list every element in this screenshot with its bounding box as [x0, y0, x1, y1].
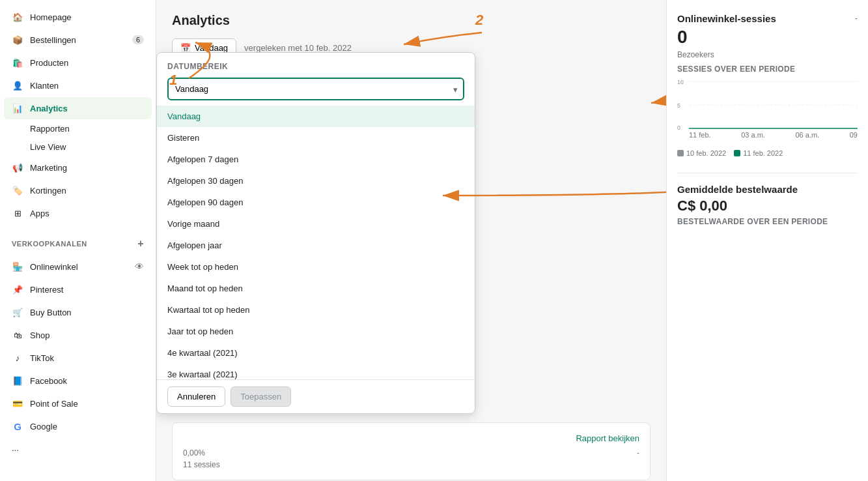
- x-label-2: 03 a.m.: [741, 131, 765, 139]
- dropdown-options-list: VandaagGisterenAfgelopen 7 dagenAfgelope…: [157, 106, 475, 379]
- sidebar-item-kortingen[interactable]: 🏷️ Kortingen: [4, 179, 152, 201]
- sidebar-item-tiktok[interactable]: ♪ TikTok: [4, 347, 152, 369]
- sidebar-item-homepage[interactable]: 🏠 Homepage: [4, 6, 152, 28]
- percent-value: 0,00%: [183, 448, 205, 458]
- sidebar-label: Kortingen: [30, 186, 66, 196]
- avg-value: C$ 0,00: [677, 197, 858, 214]
- sidebar-item-apps[interactable]: ⊞ Apps: [4, 202, 152, 224]
- chart1-title: SESSIES OVER EEN PERIODE: [677, 65, 858, 74]
- sidebar-sub-label: Live View: [30, 142, 66, 152]
- bottom-cards: Rapport bekijken 0,00% - 11 sessies: [172, 422, 651, 480]
- sessions-dash: -: [855, 13, 858, 23]
- legend-item-1: 10 feb. 2022: [677, 149, 726, 157]
- calendar-icon: 📅: [180, 43, 191, 53]
- sidebar-item-bestellingen[interactable]: 📦 Bestellingen 6: [4, 29, 152, 51]
- dropdown-option-4[interactable]: Afgelopen 90 dagen: [157, 192, 475, 213]
- sales-channels-section: Verkoopkanalen +: [0, 230, 156, 252]
- eye-icon: 👁: [135, 261, 144, 272]
- sidebar-item-google[interactable]: G Google: [4, 415, 152, 437]
- dropdown-option-8[interactable]: Maand tot op heden: [157, 278, 475, 299]
- sidebar-item-more[interactable]: ...: [4, 438, 152, 458]
- x-label-3: 06 a.m.: [795, 131, 819, 139]
- dropdown-option-7[interactable]: Week tot op heden: [157, 256, 475, 278]
- svg-text:0: 0: [677, 124, 680, 131]
- apply-button[interactable]: Toepassen: [231, 386, 291, 407]
- page-title: Analytics: [172, 13, 651, 28]
- legend-dot-2: [734, 150, 740, 156]
- sidebar-item-marketing[interactable]: 📢 Marketing: [4, 156, 152, 179]
- sidebar-label: Point of Sale: [30, 399, 78, 409]
- avg-chart-title: BESTELWAARDE OVER EEN PERIODE: [677, 217, 858, 226]
- sidebar-item-point-of-sale[interactable]: 💳 Point of Sale: [4, 392, 152, 415]
- svg-text:5: 5: [677, 102, 680, 109]
- sidebar-item-onlinewinkel[interactable]: 🏪 Onlinewinkel 👁: [4, 255, 152, 278]
- apps-icon: ⊞: [12, 207, 23, 219]
- sidebar-item-facebook[interactable]: 📘 Facebook: [4, 370, 152, 392]
- cancel-button[interactable]: Annuleren: [167, 386, 225, 407]
- dropdown-option-5[interactable]: Vorige maand: [157, 213, 475, 235]
- dropdown-option-10[interactable]: Jaar tot op heden: [157, 321, 475, 342]
- more-label: ...: [12, 443, 19, 453]
- main-area: 1 2 3 4 Analytics 📅 Vandaag: [156, 0, 868, 481]
- sidebar-label: Apps: [30, 209, 49, 218]
- sidebar-label: Analytics: [30, 104, 68, 113]
- sidebar-label: Klanten: [30, 81, 59, 91]
- dropdown-option-9[interactable]: Kwartaal tot op heden: [157, 299, 475, 321]
- date-button-label: Vandaag: [195, 43, 228, 53]
- sidebar-item-shop[interactable]: 🛍 Shop: [4, 324, 152, 346]
- right-panel: Onlinewinkel-sessies - 0 Bezoekers SESSI…: [666, 0, 868, 481]
- pos-icon: 💳: [12, 398, 23, 409]
- analytics-icon: 📊: [12, 102, 23, 114]
- dropdown-select-wrapper: Vandaag ▾: [167, 78, 464, 100]
- sidebar: 🏠 Homepage 📦 Bestellingen 6 🛍️ Producten…: [0, 0, 156, 481]
- sessions-subtitle: Bezoekers: [677, 50, 858, 59]
- shop-icon: 🛍: [12, 329, 23, 341]
- sidebar-item-analytics[interactable]: 📊 Analytics: [4, 97, 152, 119]
- facebook-icon: 📘: [12, 375, 23, 386]
- sidebar-item-rapporten[interactable]: Rapporten: [4, 120, 152, 138]
- sessions-card: Rapport bekijken 0,00% - 11 sessies: [172, 422, 651, 480]
- sidebar-label: Homepage: [30, 12, 72, 22]
- sidebar-item-live-view[interactable]: Live View: [4, 138, 152, 156]
- sidebar-label: Producten: [30, 58, 68, 68]
- sidebar-label: Facebook: [30, 376, 67, 386]
- legend-item-2: 11 feb. 2022: [734, 149, 783, 157]
- tiktok-icon: ♪: [12, 352, 23, 364]
- add-channel-icon[interactable]: +: [137, 238, 144, 250]
- google-icon: G: [12, 420, 23, 432]
- dropdown-option-2[interactable]: Afgelopen 7 dagen: [157, 149, 475, 170]
- dropdown-option-6[interactable]: Afgelopen jaar: [157, 235, 475, 256]
- dropdown-option-11[interactable]: 4e kwartaal (2021): [157, 342, 475, 364]
- chart-legend: 10 feb. 2022 11 feb. 2022: [677, 149, 858, 157]
- sidebar-item-buy-button[interactable]: 🛒 Buy Button: [4, 301, 152, 323]
- avg-section: Gemiddelde bestelwaarde C$ 0,00 BESTELWA…: [677, 184, 858, 226]
- dash-value: -: [637, 448, 639, 458]
- annotation-2: 2: [475, 12, 483, 29]
- compare-text: vergeleken met 10 feb. 2022: [244, 43, 352, 53]
- sessions-value: 0: [677, 27, 858, 48]
- marketing-icon: 📢: [12, 162, 23, 173]
- sidebar-item-klanten[interactable]: 👤 Klanten: [4, 74, 152, 96]
- content-area: 1 2 3 4 Analytics 📅 Vandaag: [156, 0, 666, 481]
- sidebar-label: Google: [30, 422, 57, 431]
- legend-dot-1: [677, 150, 684, 156]
- dropdown-option-3[interactable]: Afgelopen 30 dagen: [157, 170, 475, 192]
- dropdown-label: Datumbereik: [157, 53, 475, 75]
- dropdown-select-row: Vandaag ▾: [157, 75, 475, 106]
- dropdown-option-12[interactable]: 3e kwartaal (2021): [157, 364, 475, 379]
- rapport-link[interactable]: Rapport bekijken: [576, 433, 639, 443]
- sidebar-item-pinterest[interactable]: 📌 Pinterest: [4, 278, 152, 300]
- customers-icon: 👤: [12, 80, 23, 91]
- onlinewinkel-icon: 🏪: [12, 261, 23, 272]
- sidebar-item-producten[interactable]: 🛍️ Producten: [4, 51, 152, 74]
- dropdown-option-1[interactable]: Gisteren: [157, 127, 475, 149]
- x-label-1: 11 feb.: [689, 131, 711, 139]
- date-range-select[interactable]: Vandaag: [167, 78, 464, 100]
- sidebar-label: Buy Button: [30, 308, 72, 317]
- avg-title: Gemiddelde bestelwaarde: [677, 184, 858, 195]
- orders-icon: 📦: [12, 34, 23, 46]
- sessions-title: Onlinewinkel-sessies: [677, 13, 776, 24]
- discount-icon: 🏷️: [12, 184, 23, 196]
- dropdown-option-0[interactable]: Vandaag: [157, 106, 475, 127]
- sidebar-label: Marketing: [30, 163, 67, 173]
